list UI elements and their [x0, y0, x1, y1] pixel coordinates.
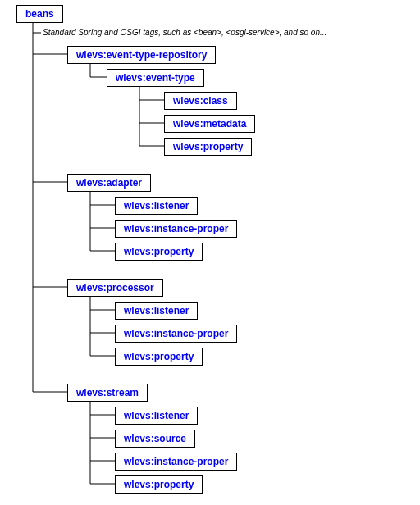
node-repo-property: wlevs:property: [164, 138, 252, 156]
node-metadata: wlevs:metadata: [164, 115, 255, 133]
node-stream-property: wlevs:property: [115, 475, 203, 494]
node-class: wlevs:class: [164, 92, 237, 110]
node-stream: wlevs:stream: [67, 384, 148, 402]
description-text: Standard Spring and OSGI tags, such as <…: [43, 28, 326, 37]
node-beans: beans: [16, 5, 63, 23]
node-adapter: wlevs:adapter: [67, 174, 151, 192]
node-stream-source: wlevs:source: [115, 430, 195, 448]
node-adapter-listener: wlevs:listener: [115, 197, 198, 215]
node-stream-listener: wlevs:listener: [115, 407, 198, 425]
node-event-type-repository: wlevs:event-type-repository: [67, 46, 216, 64]
node-adapter-instance-proper: wlevs:instance-proper: [115, 220, 237, 238]
node-processor-listener: wlevs:listener: [115, 302, 198, 320]
node-processor-property: wlevs:property: [115, 348, 203, 366]
node-event-type: wlevs:event-type: [107, 69, 204, 87]
node-adapter-property: wlevs:property: [115, 243, 203, 261]
tree-connectors: [0, 0, 420, 505]
node-processor: wlevs:processor: [67, 279, 163, 297]
node-stream-instance-proper: wlevs:instance-proper: [115, 453, 237, 471]
node-processor-instance-proper: wlevs:instance-proper: [115, 325, 237, 343]
